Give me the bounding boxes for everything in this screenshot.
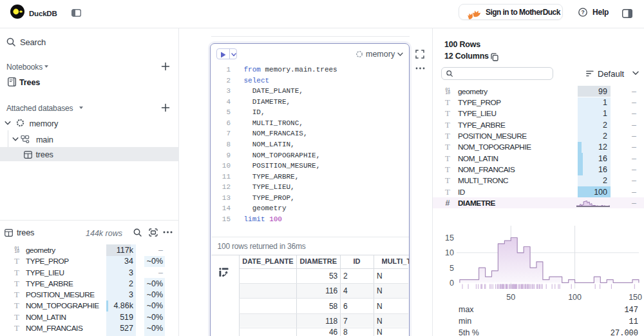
svg-text:50: 50 (506, 293, 515, 302)
svg-text:15: 15 (445, 233, 454, 242)
svg-text:min: min (459, 317, 471, 326)
svg-text:150: 150 (629, 293, 642, 302)
svg-text:100: 100 (568, 293, 582, 302)
svg-text:5: 5 (450, 264, 454, 273)
svg-text:147: 147 (624, 306, 638, 315)
svg-text:?: ? (581, 9, 584, 15)
svg-text:max: max (459, 305, 474, 314)
svg-text:11: 11 (629, 317, 638, 326)
svg-text:0: 0 (450, 279, 454, 288)
svg-text:5th %: 5th % (459, 328, 479, 336)
svg-text:27.000: 27.000 (611, 329, 638, 336)
svg-text:10: 10 (445, 248, 454, 257)
